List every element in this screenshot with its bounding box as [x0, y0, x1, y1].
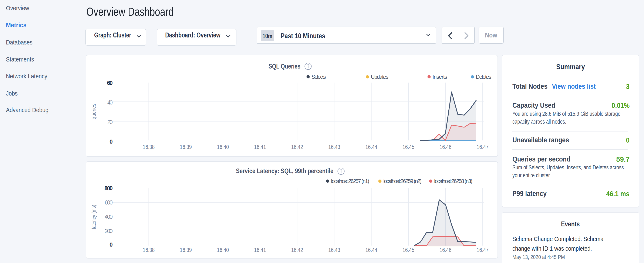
svg-text:0: 0 — [110, 139, 113, 145]
svg-text:16:38: 16:38 — [143, 144, 155, 150]
svg-text:16:42: 16:42 — [291, 247, 303, 253]
svg-text:800: 800 — [104, 185, 113, 191]
svg-text:16:46: 16:46 — [440, 144, 452, 150]
svg-text:Service Latency: SQL, 99th per: Service Latency: SQL, 99th percentile — [236, 167, 333, 175]
svg-text:200: 200 — [104, 228, 113, 234]
svg-text:localhost:26257 (n1): localhost:26257 (n1) — [331, 178, 369, 184]
svg-text:Inserts: Inserts — [432, 74, 447, 80]
svg-text:40: 40 — [107, 99, 113, 106]
svg-text:20: 20 — [107, 119, 113, 125]
svg-text:16:38: 16:38 — [143, 247, 155, 253]
svg-text:localhost:26258 (n3): localhost:26258 (n3) — [434, 178, 472, 184]
svg-text:16:42: 16:42 — [291, 144, 303, 150]
svg-text:60: 60 — [107, 80, 113, 86]
svg-text:SQL Queries: SQL Queries — [268, 62, 300, 70]
svg-text:Updates: Updates — [371, 74, 388, 80]
svg-text:16:41: 16:41 — [254, 247, 266, 253]
svg-text:latency (ms): latency (ms) — [90, 205, 97, 229]
svg-text:16:41: 16:41 — [254, 144, 266, 150]
svg-text:0: 0 — [110, 241, 113, 248]
svg-text:localhost:26259 (n2): localhost:26259 (n2) — [383, 178, 422, 184]
svg-text:16:44: 16:44 — [366, 247, 378, 253]
svg-text:Deletes: Deletes — [476, 74, 491, 80]
svg-text:16:40: 16:40 — [217, 247, 229, 253]
svg-text:16:47: 16:47 — [477, 144, 488, 150]
svg-text:16:45: 16:45 — [402, 247, 414, 253]
svg-text:16:46: 16:46 — [440, 247, 452, 253]
svg-text:16:43: 16:43 — [328, 144, 340, 150]
svg-text:16:45: 16:45 — [402, 144, 414, 150]
svg-text:Selects: Selects — [312, 74, 326, 80]
svg-text:16:44: 16:44 — [366, 144, 378, 150]
svg-text:16:39: 16:39 — [180, 144, 192, 150]
svg-text:16:43: 16:43 — [328, 247, 340, 253]
svg-text:queries: queries — [90, 104, 97, 119]
svg-text:400: 400 — [104, 214, 113, 220]
svg-text:16:40: 16:40 — [217, 144, 229, 150]
svg-text:600: 600 — [104, 199, 113, 206]
svg-text:16:47: 16:47 — [477, 247, 488, 253]
svg-text:16:39: 16:39 — [180, 247, 192, 253]
